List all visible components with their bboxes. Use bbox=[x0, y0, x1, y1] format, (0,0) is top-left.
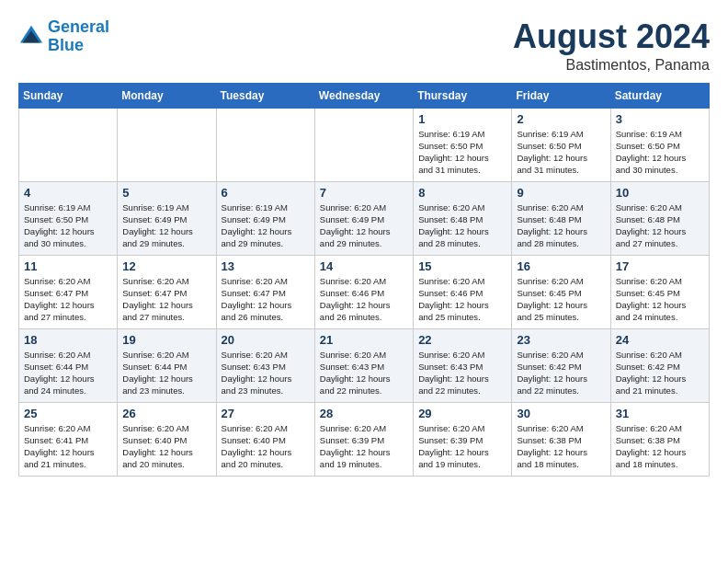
calendar-cell: 8Sunrise: 6:20 AM Sunset: 6:48 PM Daylig… bbox=[414, 181, 512, 255]
day-number: 16 bbox=[517, 259, 605, 273]
day-info: Sunrise: 6:20 AM Sunset: 6:47 PM Dayligh… bbox=[122, 275, 210, 324]
day-info: Sunrise: 6:20 AM Sunset: 6:44 PM Dayligh… bbox=[24, 349, 112, 397]
day-info: Sunrise: 6:20 AM Sunset: 6:46 PM Dayligh… bbox=[320, 275, 408, 324]
day-number: 1 bbox=[418, 112, 506, 126]
calendar-cell: 11Sunrise: 6:20 AM Sunset: 6:47 PM Dayli… bbox=[19, 255, 118, 328]
calendar-cell: 10Sunrise: 6:20 AM Sunset: 6:48 PM Dayli… bbox=[610, 181, 709, 255]
day-info: Sunrise: 6:20 AM Sunset: 6:45 PM Dayligh… bbox=[517, 275, 605, 324]
weekday-header: Saturday bbox=[610, 83, 709, 108]
day-number: 8 bbox=[418, 186, 506, 200]
day-info: Sunrise: 6:20 AM Sunset: 6:42 PM Dayligh… bbox=[616, 349, 704, 397]
day-info: Sunrise: 6:20 AM Sunset: 6:47 PM Dayligh… bbox=[24, 275, 112, 324]
day-number: 5 bbox=[122, 186, 210, 200]
calendar-cell: 13Sunrise: 6:20 AM Sunset: 6:47 PM Dayli… bbox=[216, 255, 314, 328]
day-number: 29 bbox=[418, 407, 506, 420]
calendar-cell: 23Sunrise: 6:20 AM Sunset: 6:42 PM Dayli… bbox=[512, 328, 610, 402]
weekday-header: Wednesday bbox=[314, 83, 413, 108]
calendar-cell: 18Sunrise: 6:20 AM Sunset: 6:44 PM Dayli… bbox=[19, 328, 118, 402]
day-info: Sunrise: 6:19 AM Sunset: 6:50 PM Dayligh… bbox=[24, 201, 112, 250]
day-number: 9 bbox=[517, 186, 605, 200]
day-number: 3 bbox=[616, 112, 704, 126]
calendar-cell bbox=[216, 108, 314, 181]
day-number: 31 bbox=[616, 407, 704, 420]
day-number: 26 bbox=[122, 407, 210, 420]
day-info: Sunrise: 6:20 AM Sunset: 6:38 PM Dayligh… bbox=[517, 422, 605, 471]
calendar-cell: 22Sunrise: 6:20 AM Sunset: 6:43 PM Dayli… bbox=[414, 328, 512, 402]
day-number: 4 bbox=[24, 186, 112, 200]
location-subtitle: Bastimentos, Panama bbox=[513, 57, 710, 74]
weekday-header: Thursday bbox=[414, 83, 512, 108]
day-number: 17 bbox=[616, 259, 704, 273]
calendar-cell: 30Sunrise: 6:20 AM Sunset: 6:38 PM Dayli… bbox=[512, 402, 610, 476]
calendar-cell: 16Sunrise: 6:20 AM Sunset: 6:45 PM Dayli… bbox=[512, 255, 610, 328]
day-info: Sunrise: 6:19 AM Sunset: 6:50 PM Dayligh… bbox=[517, 128, 605, 177]
day-info: Sunrise: 6:20 AM Sunset: 6:45 PM Dayligh… bbox=[616, 275, 704, 324]
day-number: 25 bbox=[24, 407, 112, 420]
day-number: 15 bbox=[418, 259, 506, 273]
calendar-cell: 19Sunrise: 6:20 AM Sunset: 6:44 PM Dayli… bbox=[118, 328, 216, 402]
day-number: 20 bbox=[222, 333, 310, 347]
weekday-header: Sunday bbox=[19, 83, 118, 108]
day-info: Sunrise: 6:20 AM Sunset: 6:41 PM Dayligh… bbox=[24, 422, 112, 471]
calendar-cell: 9Sunrise: 6:20 AM Sunset: 6:48 PM Daylig… bbox=[512, 181, 610, 255]
calendar-cell: 24Sunrise: 6:20 AM Sunset: 6:42 PM Dayli… bbox=[610, 328, 709, 402]
day-number: 12 bbox=[122, 259, 210, 273]
calendar-cell bbox=[314, 108, 413, 181]
calendar-cell: 5Sunrise: 6:19 AM Sunset: 6:49 PM Daylig… bbox=[118, 181, 216, 255]
month-title: August 2024 bbox=[513, 18, 710, 55]
day-info: Sunrise: 6:19 AM Sunset: 6:49 PM Dayligh… bbox=[122, 201, 210, 250]
weekday-header: Friday bbox=[512, 83, 610, 108]
calendar-cell: 25Sunrise: 6:20 AM Sunset: 6:41 PM Dayli… bbox=[19, 402, 118, 476]
day-number: 21 bbox=[320, 333, 408, 347]
day-number: 30 bbox=[517, 407, 605, 420]
calendar-table: SundayMondayTuesdayWednesdayThursdayFrid… bbox=[18, 83, 710, 477]
day-info: Sunrise: 6:20 AM Sunset: 6:40 PM Dayligh… bbox=[122, 422, 210, 471]
day-info: Sunrise: 6:20 AM Sunset: 6:47 PM Dayligh… bbox=[222, 275, 310, 324]
day-number: 24 bbox=[616, 333, 704, 347]
calendar-cell: 26Sunrise: 6:20 AM Sunset: 6:40 PM Dayli… bbox=[118, 402, 216, 476]
calendar-cell: 14Sunrise: 6:20 AM Sunset: 6:46 PM Dayli… bbox=[314, 255, 413, 328]
calendar-cell: 1Sunrise: 6:19 AM Sunset: 6:50 PM Daylig… bbox=[414, 108, 512, 181]
weekday-header: Monday bbox=[118, 83, 216, 108]
calendar-cell: 31Sunrise: 6:20 AM Sunset: 6:38 PM Dayli… bbox=[610, 402, 709, 476]
title-block: August 2024 Bastimentos, Panama bbox=[513, 18, 710, 74]
day-info: Sunrise: 6:20 AM Sunset: 6:38 PM Dayligh… bbox=[616, 422, 704, 471]
calendar-cell: 3Sunrise: 6:19 AM Sunset: 6:50 PM Daylig… bbox=[610, 108, 709, 181]
calendar-cell: 29Sunrise: 6:20 AM Sunset: 6:39 PM Dayli… bbox=[414, 402, 512, 476]
day-number: 27 bbox=[222, 407, 310, 420]
calendar-cell: 2Sunrise: 6:19 AM Sunset: 6:50 PM Daylig… bbox=[512, 108, 610, 181]
day-number: 18 bbox=[24, 333, 112, 347]
day-info: Sunrise: 6:20 AM Sunset: 6:40 PM Dayligh… bbox=[222, 422, 310, 471]
calendar-cell: 7Sunrise: 6:20 AM Sunset: 6:49 PM Daylig… bbox=[314, 181, 413, 255]
day-number: 2 bbox=[517, 112, 605, 126]
day-number: 13 bbox=[222, 259, 310, 273]
day-number: 22 bbox=[418, 333, 506, 347]
day-info: Sunrise: 6:20 AM Sunset: 6:48 PM Dayligh… bbox=[517, 201, 605, 250]
calendar-cell: 27Sunrise: 6:20 AM Sunset: 6:40 PM Dayli… bbox=[216, 402, 314, 476]
day-info: Sunrise: 6:20 AM Sunset: 6:43 PM Dayligh… bbox=[320, 349, 408, 397]
weekday-header: Tuesday bbox=[216, 83, 314, 108]
day-info: Sunrise: 6:20 AM Sunset: 6:42 PM Dayligh… bbox=[517, 349, 605, 397]
day-number: 6 bbox=[222, 186, 310, 200]
logo-text: General Blue bbox=[48, 18, 109, 55]
day-info: Sunrise: 6:20 AM Sunset: 6:43 PM Dayligh… bbox=[418, 349, 506, 397]
day-number: 14 bbox=[320, 259, 408, 273]
day-info: Sunrise: 6:19 AM Sunset: 6:50 PM Dayligh… bbox=[616, 128, 704, 177]
day-info: Sunrise: 6:20 AM Sunset: 6:39 PM Dayligh… bbox=[320, 422, 408, 471]
day-number: 10 bbox=[616, 186, 704, 200]
calendar-cell: 17Sunrise: 6:20 AM Sunset: 6:45 PM Dayli… bbox=[610, 255, 709, 328]
calendar-cell: 15Sunrise: 6:20 AM Sunset: 6:46 PM Dayli… bbox=[414, 255, 512, 328]
day-info: Sunrise: 6:20 AM Sunset: 6:48 PM Dayligh… bbox=[418, 201, 506, 250]
day-number: 23 bbox=[517, 333, 605, 347]
calendar-cell: 6Sunrise: 6:19 AM Sunset: 6:49 PM Daylig… bbox=[216, 181, 314, 255]
calendar-cell: 12Sunrise: 6:20 AM Sunset: 6:47 PM Dayli… bbox=[118, 255, 216, 328]
calendar-cell bbox=[118, 108, 216, 181]
logo: General Blue bbox=[18, 18, 109, 55]
day-number: 11 bbox=[24, 259, 112, 273]
day-info: Sunrise: 6:20 AM Sunset: 6:46 PM Dayligh… bbox=[418, 275, 506, 324]
calendar-cell: 28Sunrise: 6:20 AM Sunset: 6:39 PM Dayli… bbox=[314, 402, 413, 476]
day-info: Sunrise: 6:20 AM Sunset: 6:49 PM Dayligh… bbox=[320, 201, 408, 250]
day-info: Sunrise: 6:19 AM Sunset: 6:50 PM Dayligh… bbox=[418, 128, 506, 177]
day-number: 19 bbox=[122, 333, 210, 347]
page-header: General Blue August 2024 Bastimentos, Pa… bbox=[18, 18, 710, 74]
